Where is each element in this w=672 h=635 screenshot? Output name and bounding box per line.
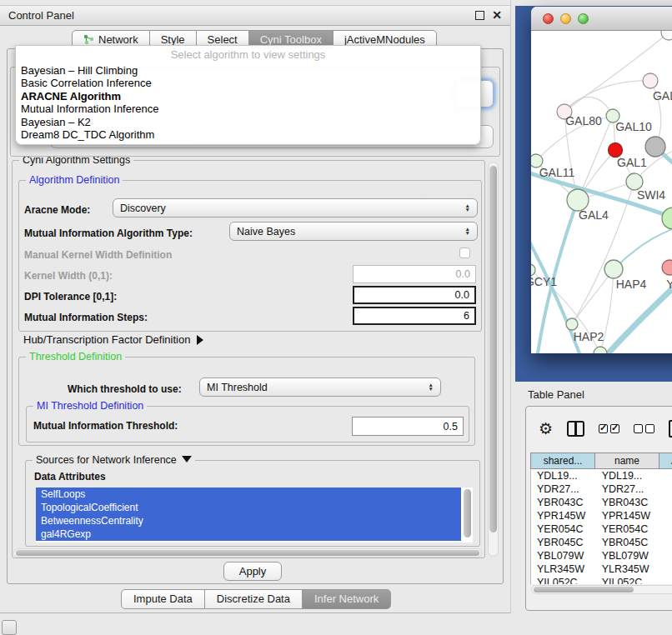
cell-value: 9. [660, 536, 672, 549]
network-node-hap4[interactable] [604, 260, 623, 278]
gear-icon[interactable]: ⚙ [539, 421, 553, 437]
table-row[interactable]: YBR045C YBR045C 9. [531, 536, 672, 549]
cell-value: 8. [660, 522, 672, 536]
network-node-red[interactable] [609, 143, 623, 158]
menu-item-algorithm[interactable]: Dream8 DC_TDC Algorithm [16, 128, 480, 141]
float-window-icon[interactable] [475, 11, 484, 20]
zoom-traffic-light-icon[interactable] [578, 13, 589, 24]
cell-shared-name: YDR27... [531, 482, 596, 496]
columns-icon[interactable] [567, 421, 584, 437]
network-node-gal1[interactable] [626, 173, 643, 190]
menu-item-algorithm[interactable]: Bayesian – K2 [16, 116, 480, 128]
table-row[interactable]: YBR043C YBR043C [531, 496, 672, 509]
settings-horizontal-scrollbar[interactable] [13, 548, 482, 558]
settings-horizontal-scrollbar-thumb[interactable] [16, 550, 479, 556]
table-panel-title: Table Panel [528, 388, 584, 401]
table-toolbar: ⚙ [526, 407, 672, 451]
tab-discretize-data-label: Discretize Data [217, 592, 290, 605]
algorithm-dropdown-popup: Select algorithm to view settings Bayesi… [15, 45, 481, 145]
mi-threshold-definition-title: MI Threshold Definition [33, 400, 147, 412]
threshold-definition-title: Threshold Definition [26, 351, 125, 362]
which-threshold-select[interactable]: MI Threshold ▲▼ [199, 378, 441, 397]
cell-shared-name: YBR045C [531, 536, 596, 549]
table-row[interactable]: YLR345W YLR345W 9. [531, 562, 672, 576]
attributes-scrollbar-thumb[interactable] [464, 489, 471, 538]
table-row[interactable]: YIL052C YIL052C 9. [531, 576, 672, 584]
table-horizontal-scrollbar[interactable] [531, 585, 672, 594]
tab-discretize-data[interactable]: Discretize Data [204, 589, 303, 609]
network-node-gray[interactable] [645, 137, 665, 157]
column-header-third[interactable]: A [659, 453, 672, 468]
tab-impute-data[interactable]: Impute Data [121, 589, 205, 609]
table-row[interactable]: YPR145W YPR145W 9. [531, 509, 672, 522]
manual-kernel-width-checkbox[interactable] [459, 248, 470, 258]
network-graph-icon [83, 34, 94, 45]
table-header-row: shared... name A [530, 452, 672, 469]
collapsed-panel-button[interactable] [2, 620, 17, 635]
attribute-item-selected[interactable]: BetweennessCentrality [36, 514, 461, 528]
collapse-down-icon [182, 456, 192, 462]
network-node[interactable] [661, 31, 672, 40]
node-label-gal4: GAL4 [579, 208, 609, 222]
node-label-gcy1: GCY1 [531, 275, 557, 288]
mi-steps-value: 6 [464, 310, 469, 322]
network-window-titlebar [531, 7, 672, 31]
mi-algorithm-type-select[interactable]: Naive Bayes ▲▼ [229, 222, 478, 241]
deselect-all-checkboxes-icon[interactable] [634, 424, 654, 433]
network-node[interactable] [594, 347, 607, 353]
apply-button[interactable]: Apply [223, 562, 282, 581]
menu-item-algorithm-selected[interactable]: ARACNE Algorithm [16, 90, 480, 102]
close-icon[interactable]: ✕ [492, 11, 502, 20]
kernel-width-label: Kernel Width (0,1): [24, 270, 113, 282]
minimize-traffic-light-icon[interactable] [560, 13, 571, 24]
sources-group-title[interactable]: Sources for Network Inference [33, 454, 195, 466]
table-body[interactable]: YDL19... YDL19... 13 YDR27... YDR27... 1… [530, 469, 672, 584]
close-traffic-light-icon[interactable] [543, 13, 554, 24]
control-panel-titlebar: Control Panel ✕ [0, 5, 510, 26]
data-attributes-list[interactable]: SelfLoops TopologicalCoefficient Between… [36, 488, 473, 542]
tab-cyni-toolbox-label: Cyni Toolbox [260, 33, 322, 46]
column-header-shared-name[interactable]: shared... [530, 453, 595, 468]
menu-item-algorithm[interactable]: Mutual Information Inference [16, 102, 480, 115]
aracne-mode-select[interactable]: Discovery ▲▼ [113, 198, 478, 218]
sources-group-title-text: Sources for Network Inference [36, 454, 177, 466]
window-title: Control Panel [8, 9, 74, 22]
kernel-width-input[interactable]: 0.0 [353, 265, 476, 283]
network-node-pink[interactable] [662, 260, 672, 275]
hub-transcription-factor-label: Hub/Transcription Factor Definition [23, 333, 190, 346]
dpi-tolerance-input[interactable]: 0.0 [353, 286, 476, 304]
mi-steps-input[interactable]: 6 [353, 307, 476, 325]
table-row[interactable]: YBL079W YBL079W [531, 549, 672, 562]
cell-name: YDL19... [596, 469, 661, 482]
column-header-name[interactable]: name [594, 453, 659, 468]
document-icon[interactable] [669, 420, 672, 438]
cell-shared-name: YER054C [531, 522, 596, 536]
threshold-definition-group: Threshold Definition Which threshold to … [18, 357, 475, 446]
network-canvas[interactable]: GAL GAL80 GAL10 GAL1 GAL11 SWI4 GAL4 GCY… [531, 31, 672, 353]
which-threshold-label: Which threshold to use: [68, 383, 182, 395]
table-row[interactable]: YDL19... YDL19... 13 [531, 469, 672, 482]
table-row[interactable]: YER054C YER054C 8. [531, 522, 672, 536]
select-all-checkboxes-icon[interactable] [599, 424, 619, 433]
hub-transcription-factor-expander[interactable]: Hub/Transcription Factor Definition [23, 333, 203, 346]
cell-value: 13 [660, 469, 672, 482]
table-horizontal-scrollbar-thumb[interactable] [534, 587, 634, 592]
attribute-item-selected[interactable]: SelfLoops [36, 488, 461, 501]
network-node[interactable] [643, 73, 658, 88]
tab-network-label: Network [98, 33, 138, 46]
network-node-swi4[interactable] [662, 208, 672, 229]
mi-threshold-input[interactable]: 0.5 [352, 417, 464, 436]
tab-infer-network[interactable]: Infer Network [302, 589, 391, 609]
menu-item-algorithm[interactable]: Basic Correlation Inference [16, 77, 480, 89]
settings-vertical-scrollbar[interactable] [488, 162, 499, 557]
network-node-hap2[interactable] [566, 318, 578, 330]
node-label-swi4: SWI4 [637, 188, 665, 202]
settings-vertical-scrollbar-thumb[interactable] [489, 166, 497, 532]
menu-item-algorithm[interactable]: Bayesian – Hill Climbing [16, 64, 480, 77]
expand-right-icon [197, 335, 203, 345]
attribute-item-selected[interactable]: gal4RGexp [36, 528, 461, 541]
cell-name: YBR043C [596, 496, 661, 509]
table-row[interactable]: YDR27... YDR27... 12 [531, 482, 672, 496]
attribute-item-selected[interactable]: TopologicalCoefficient [36, 501, 461, 514]
stepper-arrows-icon: ▲▼ [465, 228, 470, 235]
